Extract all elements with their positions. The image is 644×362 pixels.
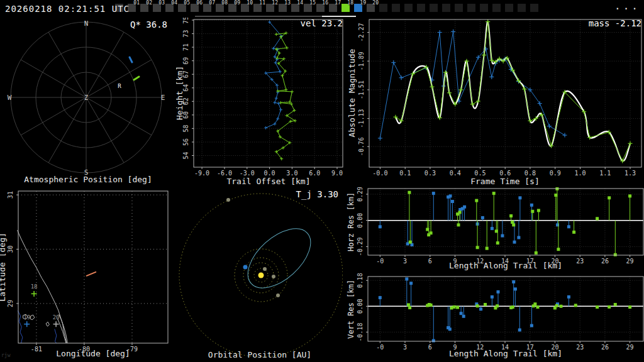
svg-text:20: 20: [53, 314, 60, 321]
svg-text:-1.13: -1.13: [358, 109, 365, 128]
svg-text:1.0: 1.0: [574, 170, 586, 177]
trail-plot: -9.0-6.0-3.00.03.06.09.05456586062646769…: [176, 18, 346, 187]
svg-text:29: 29: [7, 300, 14, 307]
frame-thumb-11[interactable]: 11: [253, 1, 265, 15]
frame-thumb-09[interactable]: 09: [228, 1, 240, 15]
map-chart-layer: 181920-81-80-79293031: [7, 191, 168, 353]
frame-thumb-box[interactable]: [442, 4, 450, 12]
frame-thumb-14[interactable]: 14: [291, 1, 303, 15]
frame-thumb-blank-25[interactable]: [430, 1, 441, 15]
frame-thumb-blank-24[interactable]: [417, 1, 429, 15]
svg-text:0.6: 0.6: [499, 170, 511, 177]
svg-text:-2.27: -2.27: [358, 23, 365, 41]
magnitude-plot: -0.00.10.30.40.50.60.80.91.01.11.3-2.27-…: [346, 18, 644, 187]
overflow-menu[interactable]: ...: [614, 0, 640, 12]
frame-thumb-blank-28[interactable]: [467, 1, 479, 15]
trail-ylabel: Height [km]: [176, 66, 184, 120]
svg-text:-1.51: -1.51: [358, 80, 365, 99]
frame-number: 16: [322, 0, 328, 6]
frame-number: 12: [272, 0, 278, 6]
frame-scrubber-track[interactable]: [195, 16, 322, 17]
top-bar: 0102030405060708091011121314151617181920…: [0, 0, 644, 18]
frame-thumb-12[interactable]: 12: [266, 1, 278, 15]
map-xlabel: Longitude [deg]: [56, 349, 130, 358]
frame-thumb-03[interactable]: 03: [153, 1, 165, 15]
svg-text:-0.0: -0.0: [372, 170, 387, 177]
frame-thumb-box[interactable]: [392, 4, 400, 12]
frame-thumb-06[interactable]: 06: [191, 1, 203, 15]
frame-thumb-blank-30[interactable]: [492, 1, 504, 15]
frame-thumb-18[interactable]: 18: [341, 1, 353, 15]
svg-text:6.0: 6.0: [309, 170, 320, 177]
frame-thumb-box[interactable]: [404, 4, 413, 12]
horz-res-chart-layer: -0369121417202326290.290.00-0.29: [357, 187, 643, 265]
frame-thumb-blank-29[interactable]: [480, 1, 492, 15]
frame-number: 15: [309, 0, 316, 6]
frame-thumb-box[interactable]: [505, 4, 513, 12]
frame-thumb-box[interactable]: [518, 4, 526, 12]
frame-thumb-04[interactable]: 04: [165, 1, 177, 15]
frame-number: 04: [171, 0, 177, 6]
svg-text:29: 29: [626, 344, 634, 351]
compass-west-label: W: [8, 94, 12, 102]
svg-text:-3.0: -3.0: [240, 170, 255, 177]
timestamp: 20260218 02:21:51 UTC: [5, 4, 130, 14]
svg-text:0.5: 0.5: [474, 170, 486, 177]
frame-thumb-box[interactable]: [530, 4, 538, 12]
frame-thumb-box[interactable]: [480, 4, 488, 12]
svg-text:19: 19: [23, 314, 30, 321]
orbit-xlabel: Orbital Position [AU]: [208, 350, 311, 359]
map-plot: 181920-81-80-79293031 Latitude [deg] Lon…: [0, 187, 176, 362]
frame-thumb-08[interactable]: 08: [216, 1, 228, 15]
frame-thumb-blank-21[interactable]: [379, 1, 391, 15]
panel-orbit: T_j 3.30 Orbital Position [AU]: [176, 187, 343, 362]
frame-thumb-15[interactable]: 15: [304, 1, 316, 15]
frame-thumb-13[interactable]: 13: [279, 1, 291, 15]
watermark: rjw: [1, 353, 10, 358]
svg-text:6: 6: [428, 258, 432, 265]
svg-text:-0: -0: [376, 344, 384, 351]
frame-thumb-blank-23[interactable]: [404, 1, 416, 15]
svg-text:23: 23: [576, 344, 584, 351]
svg-text:54: 54: [182, 151, 189, 159]
magnitude-chart-layer: -0.00.10.30.40.50.60.80.91.01.11.3-2.27-…: [358, 19, 641, 177]
frame-thumb-box[interactable]: [492, 4, 501, 12]
vert-res-xlabel: Length Along Trail [km]: [449, 349, 562, 358]
svg-text:1.1: 1.1: [599, 170, 611, 177]
magnitude-xlabel: Frame Time [s]: [470, 177, 540, 186]
panel-map: 181920-81-80-79293031 Latitude [deg] Lon…: [0, 187, 176, 362]
frame-thumb-17[interactable]: 17: [329, 1, 341, 15]
frame-thumb-19[interactable]: 19: [354, 1, 366, 15]
svg-text:6: 6: [428, 344, 432, 351]
svg-text:29: 29: [626, 258, 634, 265]
frame-thumb-16[interactable]: 16: [316, 1, 328, 15]
svg-text:3: 3: [403, 258, 407, 265]
svg-text:-0.76: -0.76: [358, 137, 365, 156]
frame-scrubber-thumb[interactable]: [322, 16, 356, 17]
frame-thumb-05[interactable]: 05: [178, 1, 190, 15]
svg-text:-0.29: -0.29: [357, 237, 364, 256]
frame-thumb-box[interactable]: [430, 4, 438, 12]
frame-thumb-02[interactable]: 02: [140, 1, 152, 15]
frame-thumb-box[interactable]: [455, 4, 463, 12]
frame-thumb-07[interactable]: 07: [203, 1, 215, 15]
frame-thumb-blank-26[interactable]: [442, 1, 454, 15]
frame-thumb-blank-32[interactable]: [518, 1, 530, 15]
frame-thumb-box[interactable]: [417, 4, 425, 12]
zenith-label: Z: [84, 94, 88, 101]
frame-thumb-10[interactable]: 10: [241, 1, 253, 15]
frame-thumb-box[interactable]: [379, 4, 387, 12]
frame-thumb-20[interactable]: 20: [367, 1, 379, 15]
svg-text:73: 73: [182, 30, 189, 38]
frame-thumb-blank-22[interactable]: [392, 1, 404, 15]
frame-number: 02: [146, 0, 152, 6]
svg-text:0.18: 0.18: [357, 273, 364, 288]
frame-number: 10: [247, 0, 253, 6]
panel-trail: -9.0-6.0-3.00.03.06.09.05456586062646769…: [176, 18, 346, 187]
frame-thumb-blank-33[interactable]: [530, 1, 542, 15]
frame-thumb-box[interactable]: [467, 4, 475, 12]
svg-text:-9.0: -9.0: [194, 170, 209, 177]
frame-thumb-blank-27[interactable]: [455, 1, 467, 15]
frame-thumb-blank-31[interactable]: [505, 1, 517, 15]
trail-chart-layer: -9.0-6.0-3.00.03.06.09.05456586062646769…: [182, 18, 343, 177]
